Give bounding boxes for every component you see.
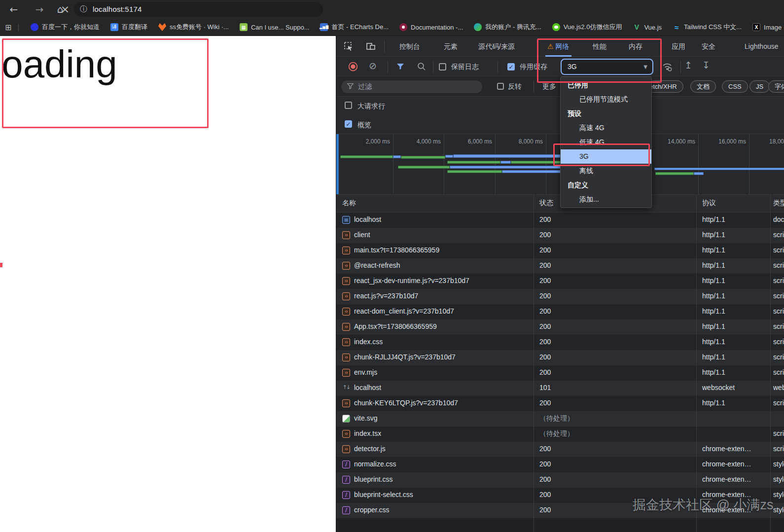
waterfall-bar (500, 161, 511, 164)
home-icon[interactable]: ⌂ (53, 2, 67, 16)
inspect-icon[interactable] (344, 41, 354, 51)
request-row[interactable]: ‹› detector.js 200 chrome-exten… script (336, 442, 784, 457)
request-protocol: http/1.1 (702, 261, 725, 269)
request-row[interactable]: / blueprint.css 200 chrome-exten… styles… (336, 472, 784, 488)
bookmark-item[interactable]: ss免费账号 · Wiki ·... (158, 23, 229, 32)
big-request-rows-checkbox[interactable] (345, 102, 352, 109)
import-har-icon[interactable]: ↥ (684, 60, 692, 71)
request-row[interactable]: ‹› App.tsx?t=1738066365959 200 http/1.1 … (336, 319, 784, 335)
request-type-pill[interactable]: 文档 (690, 80, 716, 93)
request-name: blueprint.css (354, 475, 393, 483)
bookmarks-divider: | (17, 23, 19, 31)
request-row[interactable]: vite.svg （待处理） (336, 411, 784, 426)
throttling-menu-item[interactable]: 添加... (561, 192, 651, 207)
filter-icon[interactable] (396, 63, 404, 70)
throttling-menu-item[interactable]: 高速 4G (561, 121, 651, 135)
resource-type-icon: ‹› (342, 369, 350, 377)
search-icon[interactable] (417, 62, 426, 71)
request-row[interactable]: ‹› client 200 http/1.1 script (336, 228, 784, 243)
request-row[interactable]: ‹› index.tsx （待处理） script (336, 426, 784, 442)
clear-icon[interactable]: ⊘ (369, 60, 377, 71)
request-name: localhost (354, 384, 381, 391)
watermark: 掘金技术社区 @ 小满zs (633, 496, 773, 514)
devtools-tab[interactable]: ⚠源代码/来源 (478, 36, 515, 57)
request-status: 200 (539, 261, 551, 269)
request-type-pill[interactable]: 字体 (768, 80, 784, 93)
request-type-pill[interactable]: CSS (722, 80, 748, 93)
bookmark-favicon: 译 (110, 23, 118, 31)
network-conditions-icon[interactable] (662, 61, 673, 72)
request-row[interactable]: ‹› main.tsx?t=1738066365959 200 http/1.1… (336, 243, 784, 258)
request-row[interactable]: ‹› chunk-RJLJJ4QT.js?v=237b10d7 200 http… (336, 350, 784, 365)
col-type[interactable]: 类型 (773, 199, 784, 208)
bookmark-item[interactable]: ▦ Can I use... Suppo... (240, 23, 310, 31)
throttling-menu-item[interactable]: 已停用节流模式 (561, 92, 651, 106)
bookmark-item[interactable]: 我的账户 - 腾讯充... (474, 23, 541, 32)
disable-cache-checkbox[interactable]: ✓ (507, 63, 515, 71)
request-protocol: chrome-exten… (702, 445, 751, 453)
devtools-tab[interactable]: ⚠安全 (702, 36, 715, 57)
filter-input[interactable]: 过滤 (341, 80, 482, 93)
bookmark-item[interactable]: Vue.js2.0仿微信应用 (552, 23, 622, 32)
request-row[interactable]: ‹› react.js?v=237b10d7 200 http/1.1 scri… (336, 289, 784, 304)
ruler-gridline (546, 134, 546, 194)
col-name[interactable]: 名称 (342, 199, 356, 208)
request-protocol: http/1.1 (702, 277, 725, 284)
bookmark-favicon (158, 23, 166, 31)
devtools-tab[interactable]: ⚠元素 (444, 36, 458, 57)
overview-checkbox[interactable]: ✓ (345, 120, 352, 128)
toolbar-divider (384, 40, 385, 52)
bookmark-item[interactable]: V Vue.js (633, 23, 662, 31)
request-row[interactable]: ‹› env.mjs 200 http/1.1 script (336, 365, 784, 381)
bookmark-label: 首页 - ECharts De... (331, 23, 389, 32)
col-status[interactable]: 状态 (539, 199, 553, 208)
overview-drag-handle[interactable] (336, 134, 339, 194)
bookmark-item[interactable]: 译 百度翻译 (110, 23, 147, 32)
bookmark-item[interactable]: ▂▅▇ 首页 - ECharts De... (320, 23, 389, 32)
col-protocol[interactable]: 协议 (702, 199, 716, 208)
invert-checkbox[interactable] (497, 83, 504, 90)
request-row[interactable]: / normalize.css 200 chrome-exten… styles… (336, 457, 784, 472)
ruler-label: 16,000 ms (718, 138, 746, 145)
request-row[interactable]: ‹› react-dom_client.js?v=237b10d7 200 ht… (336, 304, 784, 319)
request-row[interactable]: ↑↓ localhost 101 websocket websocket (336, 381, 784, 396)
column-divider[interactable] (770, 195, 771, 532)
throttling-menu-item[interactable]: 预设 (561, 106, 651, 121)
resource-type-icon: ↑↓ (342, 384, 350, 392)
bookmark-item[interactable]: X Image (752, 23, 782, 31)
request-protocol: chrome-exten… (702, 475, 751, 483)
request-row[interactable]: ≡ localhost 200 http/1.1 document (336, 213, 784, 228)
resource-type-icon: / (342, 491, 350, 499)
devtools-tab[interactable]: ⚠控制台 (399, 36, 420, 57)
request-name: detector.js (354, 445, 386, 453)
toolbar-divider (498, 61, 498, 73)
throttling-menu-item[interactable]: 自定义 (561, 178, 651, 192)
request-type-pill[interactable]: JS (749, 80, 770, 93)
filter-divider (534, 80, 534, 92)
bookmark-item[interactable]: ≈ Tailwind CSS 中文... (673, 23, 742, 32)
column-divider[interactable] (696, 195, 697, 532)
request-row[interactable]: ‹› chunk-KEY6LTQP.js?v=237b10d7 200 http… (336, 396, 784, 411)
devtools-tab[interactable]: ⚠应用 (672, 36, 685, 57)
apps-grid-icon[interactable]: ⊞ (5, 23, 11, 32)
request-row[interactable]: ‹› react_jsx-dev-runtime.js?v=237b10d7 2… (336, 274, 784, 289)
export-har-icon[interactable]: ↧ (702, 60, 710, 71)
forward-icon[interactable]: → (33, 2, 46, 16)
devtools-tab[interactable]: ⚠Lighthouse (745, 36, 779, 57)
device-toolbar-icon[interactable] (366, 41, 376, 51)
request-name: vite.svg (354, 414, 377, 422)
request-type: script (773, 429, 784, 437)
bookmark-item[interactable]: 百度一下，你就知道 (31, 23, 100, 32)
request-row[interactable]: ‹› @react-refresh 200 http/1.1 script (336, 258, 784, 274)
request-row[interactable]: ‹› index.css 200 http/1.1 script (336, 335, 784, 350)
site-info-icon[interactable]: ⓘ (80, 4, 87, 14)
request-type: script (773, 277, 784, 284)
preserve-log-checkbox[interactable] (439, 63, 446, 71)
bookmark-item[interactable]: Documentation -... (399, 23, 463, 31)
address-bar[interactable]: ⓘ localhost:5174 (74, 2, 323, 17)
record-icon[interactable] (348, 62, 358, 71)
annotation-box-loading (2, 38, 209, 128)
back-icon[interactable]: ← (7, 2, 21, 16)
resource-type-icon: ‹› (342, 430, 350, 438)
column-divider[interactable] (534, 195, 534, 532)
